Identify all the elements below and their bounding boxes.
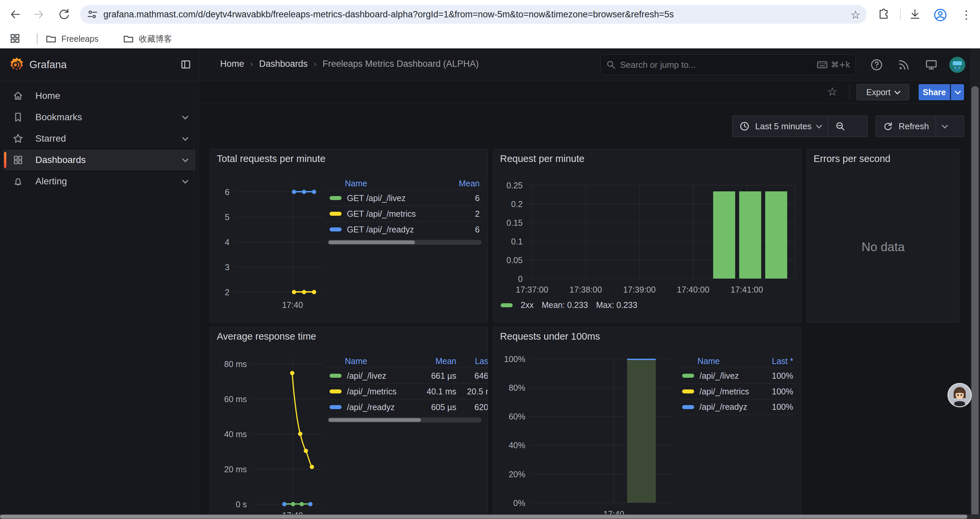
profile-icon[interactable]: [933, 8, 947, 22]
forward-icon[interactable]: [33, 8, 45, 21]
sidebar-toggle-icon[interactable]: [180, 59, 191, 70]
bookmark-folder-freeleaps[interactable]: Freeleaps: [45, 32, 99, 45]
url-input[interactable]: [103, 10, 867, 20]
chevron-down-icon[interactable]: [182, 134, 188, 141]
favorite-star-icon[interactable]: ☆: [827, 85, 837, 98]
rss-icon[interactable]: [897, 58, 911, 72]
browser-toolbar: ☆ ⋮: [0, 0, 980, 29]
bookmarks-bar: Freeleaps 收藏博客: [0, 29, 980, 48]
legend-col-name[interactable]: Name: [697, 356, 720, 366]
sidebar-item-dashboards[interactable]: Dashboards: [3, 150, 196, 170]
series-line-metrics: [210, 327, 330, 519]
search-input[interactable]: [620, 60, 817, 70]
time-range-picker[interactable]: Last 5 minutes: [732, 116, 828, 137]
refresh-button[interactable]: Refresh: [876, 116, 935, 137]
scrollbar-thumb[interactable]: [971, 86, 978, 517]
extensions-icon[interactable]: [877, 8, 890, 21]
legend-col-mean[interactable]: Mean: [459, 179, 480, 188]
grafana-logo-icon[interactable]: [9, 57, 25, 74]
panel-total-requests: Total requests per minute 6 5 4 3 2 17:4…: [210, 149, 488, 323]
sidebar-item-bookmarks[interactable]: Bookmarks: [3, 107, 196, 128]
legend-row[interactable]: /api/_/metrics 100%: [680, 383, 795, 399]
legend-row[interactable]: /api/_/readyz 100%: [680, 399, 795, 415]
series-mean: 6: [475, 225, 480, 235]
refresh-icon: [883, 121, 893, 132]
panel-errors-per-second: Errors per second No data: [807, 149, 960, 323]
legend-row[interactable]: /api/_/livez 661 µs 646: [328, 368, 488, 383]
legend-scrollbar[interactable]: [328, 417, 482, 423]
sidebar-item-home[interactable]: Home: [3, 86, 196, 106]
legend-col-last[interactable]: Las: [456, 356, 488, 366]
panel-title[interactable]: Total requests per minute: [217, 153, 326, 164]
breadcrumb-dashboards[interactable]: Dashboards: [259, 59, 308, 69]
browser-menu-icon[interactable]: ⋮: [961, 8, 972, 21]
sidebar-item-alerting[interactable]: Alerting: [3, 171, 196, 192]
legend-col-name[interactable]: Name: [345, 179, 367, 188]
download-icon[interactable]: [908, 8, 921, 21]
legend-col-last[interactable]: Last *: [772, 356, 793, 366]
zoom-out-button[interactable]: [828, 116, 852, 137]
scrollbar-thumb[interactable]: [329, 418, 421, 422]
refresh-interval-button[interactable]: [935, 116, 954, 137]
y-tick: 5: [213, 212, 229, 222]
screen: ☆ ⋮ Freeleaps 收藏博客: [0, 0, 980, 519]
series-mean: 40.1 ms: [426, 387, 456, 396]
legend-col-name[interactable]: Name: [345, 356, 367, 366]
legend-row[interactable]: /api/_/readyz 605 µs 620: [328, 399, 488, 415]
legend-table: Name Mean GET /api/_/livez 6 GET /api/_/…: [328, 177, 482, 245]
back-icon[interactable]: [9, 8, 21, 21]
scrollbar-thumb[interactable]: [0, 515, 967, 519]
scrollbar-thumb[interactable]: [329, 241, 415, 244]
vertical-scrollbar[interactable]: [970, 49, 980, 519]
sidebar: Home Bookmarks Starred Dashboards Alerti…: [0, 81, 199, 519]
panel-title[interactable]: Requests under 100ms: [500, 331, 600, 342]
legend-row[interactable]: GET /api/_/readyz 6: [328, 222, 482, 237]
legend-scrollbar[interactable]: [328, 240, 482, 245]
legend-row[interactable]: /api/_/livez 100%: [680, 368, 795, 383]
monitor-icon[interactable]: [924, 58, 938, 72]
address-bar[interactable]: ☆: [80, 5, 867, 24]
y-tick: 60%: [496, 412, 525, 422]
x-tick: 17:37:00: [509, 285, 555, 295]
share-button[interactable]: Share: [919, 84, 950, 100]
y-tick: 0.1: [499, 237, 523, 246]
series-name: /api/_/readyz: [700, 402, 747, 412]
chevron-down-icon[interactable]: [182, 113, 188, 119]
legend-table: Name Last * /api/_/livez 100% /api/_/met…: [680, 355, 795, 415]
legend-row[interactable]: GET /api/_/livez 6: [328, 190, 482, 206]
reload-icon[interactable]: [57, 8, 70, 21]
sidebar-item-starred[interactable]: Starred: [3, 128, 196, 149]
help-icon[interactable]: [870, 58, 883, 72]
site-settings-icon[interactable]: [87, 9, 98, 20]
bookmark-folder-blogs[interactable]: 收藏博客: [123, 32, 172, 45]
bookmark-star-icon[interactable]: ☆: [851, 8, 861, 21]
panel-title[interactable]: Request per minute: [500, 153, 584, 164]
y-tick: 6: [213, 187, 229, 197]
user-avatar[interactable]: [949, 57, 965, 74]
y-tick: 3: [213, 262, 229, 272]
panel-title[interactable]: Errors per second: [813, 153, 891, 164]
export-button[interactable]: Export: [857, 84, 909, 100]
series-mean: 2: [475, 209, 480, 219]
share-menu-button[interactable]: [951, 84, 964, 100]
data-point: [292, 190, 296, 194]
series-name: 2xx: [521, 300, 534, 310]
legend-col-mean[interactable]: Mean: [435, 356, 456, 366]
apps-grid-icon[interactable]: [10, 33, 21, 44]
series-mean: 661 µs: [431, 371, 456, 381]
breadcrumb-home[interactable]: Home: [220, 59, 244, 69]
y-tick: 20%: [496, 469, 525, 479]
chevron-down-icon[interactable]: [182, 156, 188, 162]
grafana-brand[interactable]: Grafana: [29, 59, 67, 71]
legend-row[interactable]: GET /api/_/metrics 2: [328, 206, 482, 222]
search-box[interactable]: ⌘+k: [600, 54, 856, 75]
y-tick: 100%: [496, 355, 525, 364]
series-line-livez: [284, 503, 311, 505]
legend-row[interactable]: /api/_/metrics 40.1 ms 20.5 r: [328, 383, 488, 399]
y-tick: 40%: [496, 441, 525, 450]
floating-assistant-avatar[interactable]: [947, 383, 972, 407]
chevron-down-icon[interactable]: [182, 177, 188, 184]
x-tick: 17:40: [277, 300, 308, 310]
horizontal-scrollbar[interactable]: [0, 514, 980, 519]
legend-bottom[interactable]: 2xx Mean: 0.233 Max: 0.233: [501, 300, 638, 310]
